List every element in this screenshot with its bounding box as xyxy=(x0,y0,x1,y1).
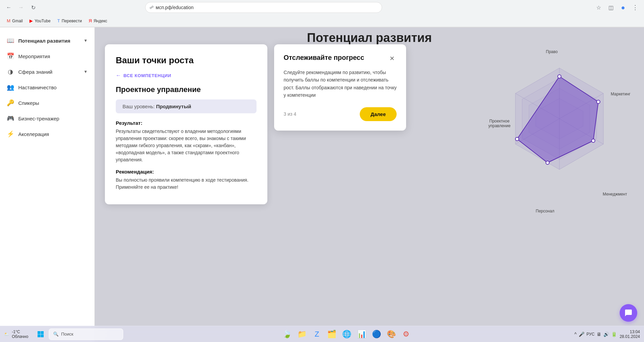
svg-point-8 xyxy=(558,75,561,78)
book-icon: 📖 xyxy=(7,37,14,44)
svg-rect-16 xyxy=(41,334,44,337)
sidebar-item-knowledge-label: Сфера знаний xyxy=(18,69,52,75)
taskbar-clock[interactable]: 13:04 28.01.2024 xyxy=(620,329,640,339)
chart-label-bottom-right: Менеджмент xyxy=(603,192,627,197)
sidebar-item-knowledge[interactable]: ◑ Сфера знаний ▼ xyxy=(0,64,94,79)
system-tray: ^ 🎤 РУС 🖥 🔊 🔋 xyxy=(574,332,617,337)
svg-rect-14 xyxy=(41,331,44,334)
tray-chevron-icon[interactable]: ^ xyxy=(574,332,577,337)
forward-button[interactable]: → xyxy=(16,3,26,12)
svg-rect-13 xyxy=(38,331,41,334)
sidebar-item-events[interactable]: 📅 Мероприятия xyxy=(0,48,94,64)
chevron-down-icon-2: ▼ xyxy=(84,69,88,74)
volume-icon[interactable]: 🔊 xyxy=(603,332,609,337)
chevron-down-icon: ▼ xyxy=(84,38,88,43)
reload-button[interactable]: ↻ xyxy=(28,3,38,12)
result-label: Результат: xyxy=(116,120,257,126)
svg-point-11 xyxy=(546,161,549,164)
level-badge: Ваш уровень: Продвинутый xyxy=(116,99,257,113)
info-card: Ваши точки роста ← ВСЕ КОМПЕТЕНЦИИ Проек… xyxy=(105,44,267,204)
sidebar-item-mentoring[interactable]: 👥 Наставничество xyxy=(0,79,94,95)
taskbar-app-chrome[interactable]: 🔵 xyxy=(370,327,383,341)
translate-icon: T xyxy=(57,18,60,23)
info-card-title: Ваши точки роста xyxy=(116,55,257,66)
sidebar-item-business-trainer-label: Бизнес-тренажер xyxy=(18,116,59,121)
split-view-button[interactable]: ◫ xyxy=(606,3,616,12)
chart-label-left: Проектноеуправление xyxy=(488,119,511,128)
svg-point-10 xyxy=(592,139,595,142)
address-bar[interactable]: ☍ мсп.рф/education xyxy=(145,2,382,13)
back-link[interactable]: ← ВСЕ КОМПЕТЕНЦИИ xyxy=(116,72,257,78)
back-button[interactable]: ← xyxy=(4,3,14,12)
bookmark-gmail-label: Gmail xyxy=(12,19,23,23)
language-indicator[interactable]: РУС xyxy=(586,332,595,337)
weather-icon: 🌥️ xyxy=(4,332,9,337)
svg-point-12 xyxy=(515,137,519,141)
page-background: Потенциал развития xyxy=(95,27,644,342)
start-button[interactable] xyxy=(32,326,49,342)
bookmark-youtube-label: YouTube xyxy=(35,19,50,23)
sidebar-item-speakers-label: Спикеры xyxy=(18,100,39,106)
taskbar-app-office[interactable]: 📊 xyxy=(355,327,368,341)
chat-bubble-button[interactable] xyxy=(620,304,637,322)
search-icon: 🔍 xyxy=(53,332,59,337)
menu-button[interactable]: ⋮ xyxy=(630,3,640,12)
browser-actions: ☆ ◫ ● ⋮ xyxy=(594,3,640,12)
taskbar-right: ^ 🎤 РУС 🖥 🔊 🔋 13:04 28.01.2024 xyxy=(570,329,644,339)
browser-chrome: ← → ↻ ☍ мсп.рф/education ☆ ◫ ● ⋮ M Gmail… xyxy=(0,0,644,27)
sphere-icon: ◑ xyxy=(7,68,14,75)
bookmark-yandex[interactable]: Я Яндекс xyxy=(86,17,110,25)
network-icon[interactable]: 🖥 xyxy=(597,332,601,337)
competency-chart: Право Маркетинг Менеджмент Персонал Прое… xyxy=(488,48,630,224)
bookmark-translate[interactable]: T Перевести xyxy=(54,17,85,25)
taskbar-app-photo[interactable]: 🍃 xyxy=(280,327,294,341)
windows-logo-icon xyxy=(37,331,44,338)
next-button[interactable]: Далее xyxy=(360,107,397,121)
taskbar-app-explorer[interactable]: 🗂️ xyxy=(325,327,338,341)
bookmark-youtube[interactable]: ▶ YouTube xyxy=(27,17,53,25)
page-title: Потенциал развития xyxy=(95,31,644,45)
taskbar-center: 🍃 📁 Z 🗂️ 🌐 📊 🔵 🎨 ⚙ xyxy=(123,327,571,341)
back-link-label: ВСЕ КОМПЕТЕНЦИИ xyxy=(124,73,171,78)
bookmark-translate-label: Перевести xyxy=(62,19,82,23)
taskbar-app-zoom[interactable]: Z xyxy=(310,327,324,341)
competency-title: Проектное управление xyxy=(116,85,257,94)
yandex-icon: Я xyxy=(89,18,92,23)
lightning-icon: ⚡ xyxy=(7,130,14,138)
tooltip-close-button[interactable]: ✕ xyxy=(387,54,397,63)
sidebar-item-events-label: Мероприятия xyxy=(18,53,50,59)
sidebar-item-acceleration[interactable]: ⚡ Акселерация xyxy=(0,126,94,142)
profile-button[interactable]: ● xyxy=(618,3,628,12)
taskbar-search[interactable]: 🔍 Поиск xyxy=(49,328,123,340)
chart-label-bottom-center: Персонал xyxy=(536,209,554,213)
back-arrow-icon: ← xyxy=(116,72,121,78)
tooltip-card: Отслеживайте прогресс ✕ Следуйте рекомен… xyxy=(274,44,406,131)
taskbar-app-files[interactable]: 📁 xyxy=(295,327,309,341)
weather-widget: 🌥️ -1°C Облачно xyxy=(0,329,32,339)
result-section: Результат: Результаты свидетельствуют о … xyxy=(116,120,257,163)
browser-topbar: ← → ↻ ☍ мсп.рф/education ☆ ◫ ● ⋮ xyxy=(0,0,644,15)
sidebar-item-potential[interactable]: 📖 Потенциал развития ▼ xyxy=(0,33,94,48)
bookmark-star-button[interactable]: ☆ xyxy=(594,3,603,12)
youtube-icon: ▶ xyxy=(29,18,33,23)
key-icon: 🔑 xyxy=(7,99,14,107)
tooltip-footer: 3 из 4 Далее xyxy=(284,107,397,121)
sidebar-item-business-trainer[interactable]: 🎮 Бизнес-тренажер xyxy=(0,111,94,126)
gmail-icon: M xyxy=(7,18,10,23)
chat-icon xyxy=(624,309,632,317)
taskbar-app-edge[interactable]: 🌐 xyxy=(340,327,353,341)
clock-time: 13:04 xyxy=(620,329,640,334)
mic-icon[interactable]: 🎤 xyxy=(579,332,584,337)
site-security-icon: ☍ xyxy=(150,5,154,10)
svg-rect-15 xyxy=(38,334,41,337)
bookmark-yandex-label: Яндекс xyxy=(93,19,107,23)
page-wrapper: 📖 Потенциал развития ▼ 📅 Мероприятия ◑ С… xyxy=(0,27,644,342)
battery-icon[interactable]: 🔋 xyxy=(611,332,617,337)
recommendation-label: Рекомендация: xyxy=(116,169,257,175)
sidebar-item-speakers[interactable]: 🔑 Спикеры xyxy=(0,95,94,111)
taskbar-app-paint[interactable]: 🎨 xyxy=(384,327,398,341)
bookmark-gmail[interactable]: M Gmail xyxy=(4,17,25,25)
chart-label-right: Маркетинг xyxy=(611,92,630,96)
result-text: Результаты свидетельствуют о владении ме… xyxy=(116,128,257,163)
taskbar-app-code[interactable]: ⚙ xyxy=(399,327,413,341)
